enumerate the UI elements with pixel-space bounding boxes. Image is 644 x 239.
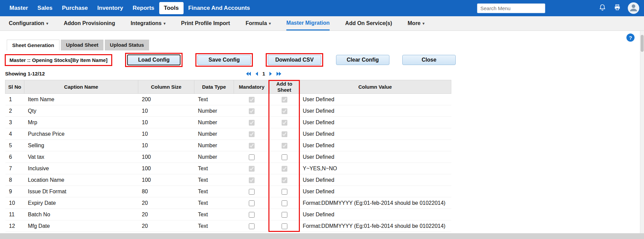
table-row: 1 Item Name 200 Text User Defined bbox=[5, 94, 451, 105]
cell-column-size: 10 bbox=[138, 128, 194, 140]
add-to-sheet-checkbox[interactable] bbox=[282, 131, 287, 137]
load-config-button[interactable]: Load Config bbox=[127, 55, 181, 65]
add-to-sheet-checkbox[interactable] bbox=[282, 143, 287, 149]
cell-column-size: 20 bbox=[138, 220, 194, 232]
cell-add-to-sheet bbox=[270, 163, 299, 174]
table-header-row: Sl No Caption Name Column Size Data Type… bbox=[5, 80, 451, 94]
nav-item-finance-and-accounts[interactable]: Finance And Accounts bbox=[184, 2, 255, 14]
add-to-sheet-checkbox[interactable] bbox=[282, 212, 287, 218]
nav-item-master[interactable]: Master bbox=[5, 2, 33, 14]
notifications-button[interactable] bbox=[597, 3, 607, 13]
cell-data-type: Text bbox=[194, 94, 234, 105]
cell-caption-name: Mrp bbox=[24, 117, 138, 128]
cell-caption-name: Issue Dt Format bbox=[24, 186, 138, 197]
cell-sl-no: 6 bbox=[5, 151, 24, 163]
tab-upload-sheet[interactable]: Upload Sheet bbox=[61, 40, 103, 50]
cell-sl-no: 2 bbox=[5, 105, 24, 117]
subnav-item-formula[interactable]: Formula ▾ bbox=[245, 16, 271, 30]
add-to-sheet-checkbox[interactable] bbox=[282, 177, 287, 183]
nav-item-reports[interactable]: Reports bbox=[128, 2, 159, 14]
mandatory-checkbox[interactable] bbox=[249, 97, 255, 103]
cell-data-type: Number bbox=[194, 140, 234, 151]
mandatory-checkbox[interactable] bbox=[249, 154, 255, 160]
mandatory-checkbox[interactable] bbox=[249, 120, 255, 126]
add-to-sheet-checkbox[interactable] bbox=[282, 166, 287, 172]
subnav-item-addon-provisioning[interactable]: Addon Provisioning bbox=[64, 16, 115, 30]
cell-sl-no: 5 bbox=[5, 140, 24, 151]
cell-data-type: Number bbox=[194, 128, 234, 140]
prev-page-button[interactable] bbox=[255, 71, 259, 76]
mandatory-checkbox[interactable] bbox=[249, 223, 255, 229]
help-button[interactable]: ? bbox=[626, 34, 635, 42]
add-to-sheet-checkbox[interactable] bbox=[282, 189, 287, 195]
avatar[interactable] bbox=[628, 2, 639, 14]
cell-sl-no: 1 bbox=[5, 94, 24, 105]
cell-column-value: User Defined bbox=[299, 209, 451, 220]
cell-caption-name: Selling bbox=[24, 140, 138, 151]
print-button[interactable] bbox=[612, 3, 622, 13]
table-row: 10 Expiry Date 20 Text Format:DDMMYYYY (… bbox=[5, 197, 451, 209]
subnav-item-master-migration[interactable]: Master Migration bbox=[286, 16, 330, 30]
cell-column-size: 20 bbox=[138, 209, 194, 220]
cell-mandatory bbox=[234, 220, 270, 232]
cell-add-to-sheet bbox=[270, 197, 299, 209]
first-page-button[interactable] bbox=[246, 71, 251, 76]
subnav-item-more[interactable]: More ▾ bbox=[408, 16, 425, 30]
mandatory-checkbox[interactable] bbox=[249, 200, 255, 206]
cell-sl-no: 7 bbox=[5, 163, 24, 174]
mandatory-checkbox[interactable] bbox=[249, 131, 255, 137]
cell-caption-name: Item Name bbox=[24, 94, 138, 105]
scrollbar[interactable] bbox=[640, 31, 644, 233]
add-to-sheet-checkbox[interactable] bbox=[282, 154, 287, 160]
subnav-item-add-on-services[interactable]: Add On Service(s) bbox=[345, 16, 392, 30]
cell-add-to-sheet bbox=[270, 186, 299, 197]
cell-column-value: User Defined bbox=[299, 174, 451, 186]
subnav-item-print-profile-import[interactable]: Print Profile Import bbox=[181, 16, 230, 30]
subnav-item-configuration[interactable]: Configuration ▾ bbox=[9, 16, 48, 30]
add-to-sheet-checkbox[interactable] bbox=[282, 97, 287, 103]
clear-config-button[interactable]: Clear Config bbox=[336, 55, 389, 65]
nav-item-tools[interactable]: Tools bbox=[159, 2, 184, 14]
subnav-label: Print Profile Import bbox=[181, 20, 230, 26]
add-to-sheet-checkbox[interactable] bbox=[282, 223, 287, 229]
cell-caption-name: Expiry Date bbox=[24, 197, 138, 209]
header-column-size: Column Size bbox=[138, 80, 194, 94]
add-to-sheet-checkbox[interactable] bbox=[282, 120, 287, 126]
cell-column-size: 10 bbox=[138, 117, 194, 128]
add-to-sheet-checkbox[interactable] bbox=[282, 200, 287, 206]
cell-column-size: 200 bbox=[138, 94, 194, 105]
mandatory-checkbox[interactable] bbox=[249, 166, 255, 172]
next-page-button[interactable] bbox=[269, 71, 272, 76]
tab-upload-status[interactable]: Upload Status bbox=[105, 40, 149, 50]
pagination: 1 bbox=[246, 71, 282, 77]
nav-item-purchase[interactable]: Purchase bbox=[57, 2, 93, 14]
mandatory-checkbox[interactable] bbox=[249, 212, 255, 218]
nav-item-sales[interactable]: Sales bbox=[33, 2, 57, 14]
subnav-label: Master Migration bbox=[286, 20, 330, 26]
chevron-down-icon: ▾ bbox=[46, 21, 48, 26]
scrollbar-thumb[interactable] bbox=[641, 35, 644, 52]
mandatory-checkbox[interactable] bbox=[249, 177, 255, 183]
cell-column-size: 100 bbox=[138, 163, 194, 174]
tab-sheet-generation[interactable]: Sheet Generation bbox=[7, 40, 59, 50]
search-input[interactable] bbox=[477, 3, 545, 13]
save-config-button[interactable]: Save Config bbox=[197, 55, 251, 65]
cell-mandatory bbox=[234, 197, 270, 209]
mandatory-checkbox[interactable] bbox=[249, 189, 255, 195]
cell-sl-no: 4 bbox=[5, 128, 24, 140]
add-to-sheet-checkbox[interactable] bbox=[282, 108, 287, 114]
mandatory-checkbox[interactable] bbox=[249, 108, 255, 114]
cell-add-to-sheet bbox=[270, 151, 299, 163]
chevron-down-icon: ▾ bbox=[164, 21, 166, 26]
last-page-button[interactable] bbox=[276, 71, 282, 76]
cell-sl-no: 9 bbox=[5, 186, 24, 197]
download-csv-button[interactable]: Download CSV bbox=[268, 55, 321, 65]
nav-item-inventory[interactable]: Inventory bbox=[93, 2, 128, 14]
chevron-down-icon: ▾ bbox=[423, 21, 425, 26]
mandatory-checkbox[interactable] bbox=[249, 143, 255, 149]
cell-add-to-sheet bbox=[270, 94, 299, 105]
close-button[interactable]: Close bbox=[402, 55, 456, 65]
cell-sl-no: 8 bbox=[5, 174, 24, 186]
cell-data-type: Text bbox=[194, 220, 234, 232]
subnav-item-integrations[interactable]: Integrations ▾ bbox=[130, 16, 165, 30]
